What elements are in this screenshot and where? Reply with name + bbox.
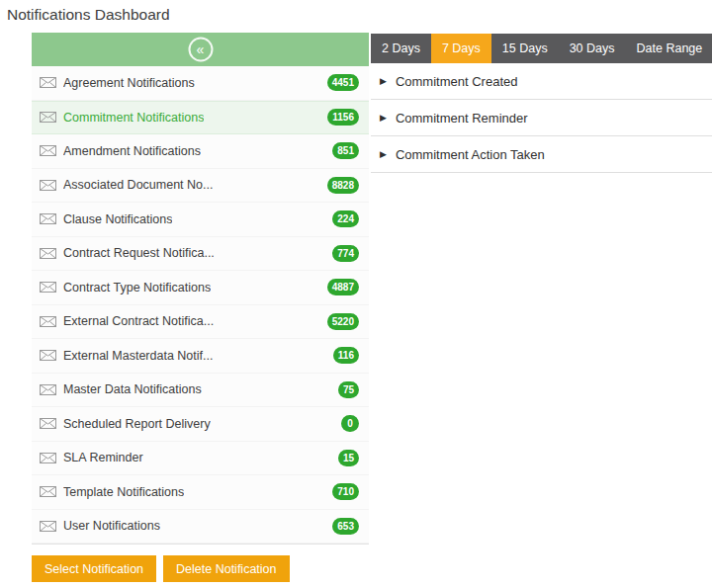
collapse-chevron-icon: « <box>197 42 205 55</box>
notification-detail-panel: 2 Days 7 Days 15 Days 30 Days Date Range… <box>371 34 712 173</box>
envelope-icon <box>40 112 56 123</box>
group-label: Commitment Action Taken <box>396 147 545 162</box>
tab-label: 7 Days <box>442 42 481 55</box>
count-badge: 774 <box>332 245 359 262</box>
notification-type-list: Agreement Notifications 4451 Commitment … <box>32 66 369 545</box>
envelope-icon <box>40 248 56 259</box>
envelope-icon <box>40 384 56 395</box>
list-item-user-notifications[interactable]: User Notifications 653 <box>32 510 369 545</box>
count-badge: 15 <box>338 450 359 466</box>
page-title: Notifications Dashboard <box>7 6 170 24</box>
notification-type-label: Amendment Notifications <box>63 144 201 158</box>
envelope-icon <box>40 77 56 88</box>
footer-actions: Select Notification Delete Notification <box>32 555 290 582</box>
count-badge: 116 <box>333 347 359 364</box>
delete-notification-button[interactable]: Delete Notification <box>163 555 289 582</box>
list-item-commitment-notifications[interactable]: Commitment Notifications 1156 <box>32 101 369 135</box>
time-range-tabs: 2 Days 7 Days 15 Days 30 Days Date Range <box>371 34 712 63</box>
envelope-icon <box>40 145 56 156</box>
list-item-associated-document-no[interactable]: Associated Document No... 8828 <box>32 169 369 204</box>
tab-label: 15 Days <box>502 42 548 55</box>
envelope-icon <box>40 521 56 532</box>
tab-date-range[interactable]: Date Range <box>626 34 712 63</box>
tab-label: 30 Days <box>570 42 615 55</box>
count-badge: 851 <box>332 142 359 159</box>
tab-15-days[interactable]: 15 Days <box>491 34 559 63</box>
envelope-icon <box>40 486 56 497</box>
list-item-contract-type-notifications[interactable]: Contract Type Notifications 4887 <box>32 271 369 305</box>
notification-type-label: External Masterdata Notif... <box>63 349 213 363</box>
envelope-icon <box>40 418 56 429</box>
count-badge: 4887 <box>327 279 359 295</box>
envelope-icon <box>40 180 56 191</box>
count-badge: 5220 <box>327 313 359 330</box>
list-item-agreement-notifications[interactable]: Agreement Notifications 4451 <box>32 66 369 101</box>
count-badge: 710 <box>332 483 359 500</box>
notification-type-label: Master Data Notifications <box>63 382 202 396</box>
list-item-external-contract-notifica[interactable]: External Contract Notifica... 5220 <box>32 305 369 340</box>
envelope-icon <box>40 350 56 361</box>
accordion-commitment-action-taken[interactable]: ▶ Commitment Action Taken <box>371 136 712 173</box>
count-badge: 4451 <box>327 74 359 91</box>
list-item-amendment-notifications[interactable]: Amendment Notifications 851 <box>32 134 369 169</box>
list-item-external-masterdata-notif[interactable]: External Masterdata Notif... 116 <box>32 339 369 374</box>
notification-type-label: Template Notifications <box>63 485 184 499</box>
count-badge: 653 <box>332 518 359 535</box>
list-item-clause-notifications[interactable]: Clause Notifications 224 <box>32 203 369 237</box>
list-item-master-data-notifications[interactable]: Master Data Notifications 75 <box>32 374 369 408</box>
group-label: Commitment Reminder <box>396 111 528 126</box>
accordion-commitment-created[interactable]: ▶ Commitment Created <box>371 63 712 100</box>
notification-groups: ▶ Commitment Created ▶ Commitment Remind… <box>371 63 712 173</box>
notification-type-label: Clause Notifications <box>63 212 172 226</box>
list-item-contract-request-notifica[interactable]: Contract Request Notifica... 774 <box>32 237 369 272</box>
count-badge: 1156 <box>327 109 359 126</box>
collapse-panel-button[interactable]: « <box>188 38 213 62</box>
envelope-icon <box>40 453 56 463</box>
panel-header-bar: « <box>32 33 369 66</box>
notification-type-label: SLA Reminder <box>63 451 143 464</box>
tab-30-days[interactable]: 30 Days <box>559 34 626 63</box>
tab-7-days[interactable]: 7 Days <box>431 34 491 63</box>
expand-arrow-icon: ▶ <box>380 113 387 123</box>
envelope-icon <box>40 316 56 327</box>
select-notification-button[interactable]: Select Notification <box>32 555 156 582</box>
tab-2-days[interactable]: 2 Days <box>371 34 431 63</box>
notification-types-panel: « Agreement Notifications 4451 Commitmen… <box>32 33 369 545</box>
notification-type-label: Scheduled Report Delivery <box>63 417 211 431</box>
group-label: Commitment Created <box>396 74 518 89</box>
notification-type-label: Associated Document No... <box>63 178 213 192</box>
count-badge: 224 <box>332 210 359 227</box>
notification-type-label: Commitment Notifications <box>63 111 204 125</box>
tab-label: Date Range <box>637 42 703 55</box>
count-badge: 75 <box>338 381 359 398</box>
envelope-icon <box>40 282 56 293</box>
envelope-icon <box>40 213 56 224</box>
list-item-template-notifications[interactable]: Template Notifications 710 <box>32 475 369 510</box>
list-item-sla-reminder[interactable]: SLA Reminder 15 <box>32 442 369 476</box>
list-item-scheduled-report-delivery[interactable]: Scheduled Report Delivery 0 <box>32 407 369 442</box>
count-badge: 8828 <box>327 177 359 194</box>
notification-type-label: Contract Type Notifications <box>63 281 211 294</box>
tab-label: 2 Days <box>382 42 420 55</box>
accordion-commitment-reminder[interactable]: ▶ Commitment Reminder <box>371 100 712 136</box>
notification-type-label: Agreement Notifications <box>63 76 195 90</box>
notification-type-label: External Contract Notifica... <box>63 314 214 328</box>
notification-type-label: Contract Request Notifica... <box>63 246 215 260</box>
count-badge: 0 <box>341 415 359 432</box>
dashboard-layout: « Agreement Notifications 4451 Commitmen… <box>32 33 712 545</box>
expand-arrow-icon: ▶ <box>380 76 387 86</box>
notification-type-label: User Notifications <box>63 519 160 533</box>
expand-arrow-icon: ▶ <box>380 149 387 159</box>
